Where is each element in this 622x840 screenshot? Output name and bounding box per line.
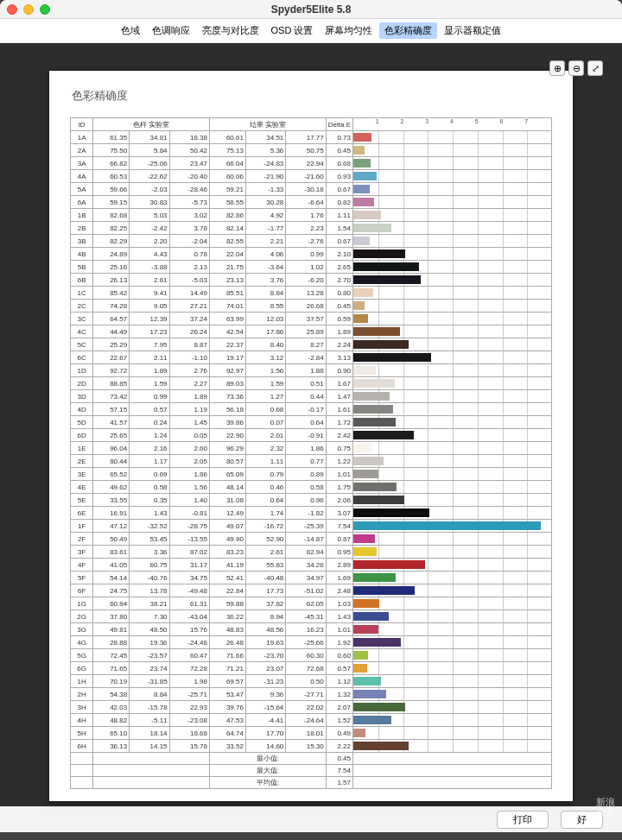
tab-3[interactable]: OSD 设置 <box>266 22 319 39</box>
zoom-out-icon[interactable]: ⊖ <box>568 60 584 76</box>
cell-result: 18.01 <box>286 727 326 740</box>
cell-bar <box>353 144 552 157</box>
table-row: 3D73.420.991.8973.361.270.441.47 <box>71 390 552 403</box>
tab-5[interactable]: 色彩精确度 <box>379 22 437 39</box>
cell-delta: 0.93 <box>326 170 352 183</box>
cell-bar <box>353 597 552 610</box>
cell-bar <box>353 235 552 248</box>
cell-id: 4B <box>71 248 93 261</box>
cell-result: 49.90 <box>209 533 245 546</box>
cell-bar <box>353 274 552 287</box>
table-row: 5D41.570.241.4539.860.070.641.72 <box>71 416 552 429</box>
cell-id: 2H <box>71 688 93 701</box>
zoom-fit-icon[interactable]: ⤢ <box>587 60 603 76</box>
cell-result: 36.22 <box>209 610 245 623</box>
cell-bar <box>353 494 552 507</box>
cell-bar <box>353 157 552 170</box>
cell-sample: 71.65 <box>93 662 130 675</box>
cell-sample: 31.17 <box>169 559 209 572</box>
cell-result: 60.61 <box>209 131 245 144</box>
summary-value: 7.54 <box>326 765 352 777</box>
cell-sample: 88.85 <box>93 377 130 390</box>
cell-id: 3B <box>71 235 93 248</box>
delta-bar <box>353 133 371 142</box>
table-row: 5B25.16-3.882.1321.75-3.641.022.65 <box>71 261 552 274</box>
cell-result: -25.39 <box>286 520 326 533</box>
cell-id: 6F <box>71 584 93 597</box>
cell-sample: 18.14 <box>130 727 169 740</box>
cell-bar <box>353 649 552 662</box>
cell-sample: -3.88 <box>130 261 169 274</box>
cell-result: 4.06 <box>245 248 285 261</box>
cell-sample: -23.57 <box>130 649 169 662</box>
cell-sample: 83.61 <box>93 546 130 559</box>
cell-result: -2.76 <box>286 235 326 248</box>
cell-sample: 9.41 <box>130 287 169 300</box>
cell-id: 4H <box>71 714 93 727</box>
cell-sample: 0.24 <box>130 416 169 429</box>
cell-sample: 1.89 <box>169 390 209 403</box>
tab-0[interactable]: 色域 <box>116 22 145 39</box>
cell-sample: 26.13 <box>93 274 130 287</box>
cell-sample: 36.13 <box>93 740 130 753</box>
cell-sample: 2.16 <box>130 442 169 455</box>
table-row: 6G71.6523.7472.2871.2123.0772.680.57 <box>71 662 552 675</box>
cell-sample: 59.15 <box>93 196 130 209</box>
cell-result: -30.18 <box>286 183 326 196</box>
cell-sample: 1.43 <box>130 507 169 520</box>
cell-sample: -13.55 <box>169 533 209 546</box>
minimize-icon[interactable] <box>23 4 34 15</box>
cell-result: 22.84 <box>209 584 245 597</box>
cell-sample: 13.78 <box>130 584 169 597</box>
table-row: 2D88.851.592.2789.031.590.511.67 <box>71 377 552 390</box>
cell-result: 48.14 <box>209 481 245 494</box>
table-row: 3F83.613.3687.0283.232.6182.940.95 <box>71 546 552 559</box>
cell-result: 3.76 <box>245 274 285 287</box>
zoom-in-icon[interactable]: ⊕ <box>549 60 565 76</box>
cell-result: 47.53 <box>209 714 245 727</box>
cell-bar <box>353 300 552 313</box>
maximize-icon[interactable] <box>40 4 50 15</box>
print-button[interactable]: 打印 <box>497 811 549 829</box>
cell-result: 31.08 <box>209 494 245 507</box>
cell-bar <box>353 572 552 584</box>
cell-id: 6H <box>71 740 93 753</box>
table-row: 1C85.429.4114.4985.518.8413.280.80 <box>71 287 552 300</box>
delta-bar <box>353 677 381 685</box>
delta-bar <box>353 625 378 634</box>
cell-id: 3A <box>71 157 93 170</box>
summary-label: 平均值: <box>209 777 326 789</box>
delta-bar <box>353 146 365 155</box>
cell-sample: 18.68 <box>169 727 209 740</box>
tab-1[interactable]: 色调响应 <box>147 22 195 39</box>
delta-bar <box>353 185 370 193</box>
cell-id: 4D <box>71 403 93 416</box>
cell-sample: 8.87 <box>169 338 209 351</box>
cell-result: 3.12 <box>245 351 285 364</box>
cell-result: 22.02 <box>286 701 326 714</box>
cell-delta: 1.43 <box>326 610 352 623</box>
tab-2[interactable]: 亮度与对比度 <box>197 22 264 39</box>
delta-bar <box>353 314 368 323</box>
cell-result: 21.75 <box>209 261 245 274</box>
cell-bar <box>353 170 552 183</box>
tab-6[interactable]: 显示器额定值 <box>439 22 506 39</box>
tab-4[interactable]: 屏幕均匀性 <box>320 22 378 39</box>
table-row: 1G60.9438.2161.3159.8837.8262.051.03 <box>71 597 552 610</box>
cell-result: 33.52 <box>209 740 245 753</box>
cell-sample: 73.42 <box>93 390 130 403</box>
cell-result: 0.68 <box>245 403 285 416</box>
cell-bar <box>353 390 552 403</box>
close-icon[interactable] <box>7 4 17 15</box>
delta-bar <box>353 560 425 569</box>
cell-sample: 4.43 <box>130 248 169 261</box>
cell-id: 2F <box>71 533 93 546</box>
cell-result: 17.77 <box>286 131 326 144</box>
table-row: 4G28.8819.36-24.4826.4819.63-25.661.92 <box>71 636 552 649</box>
axis-tick: 7 <box>524 118 528 124</box>
cell-result: 26.68 <box>286 300 326 313</box>
cell-result: 1.27 <box>245 390 285 403</box>
delta-bar <box>353 301 365 310</box>
cell-bar <box>353 520 552 533</box>
cell-bar <box>353 701 552 714</box>
